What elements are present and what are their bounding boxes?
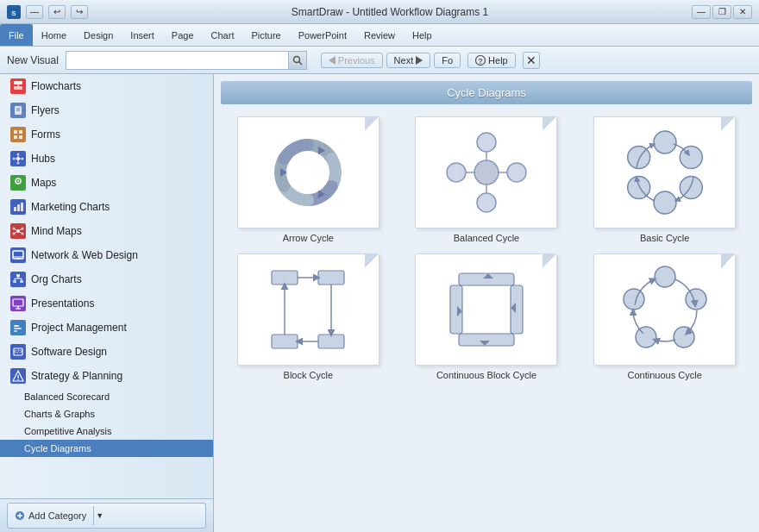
toolbar: New Visual Previous Next Fo ? Help ✕ xyxy=(0,47,759,74)
menu-chart[interactable]: Chart xyxy=(203,24,243,46)
svg-rect-90 xyxy=(318,335,344,348)
svg-rect-41 xyxy=(13,251,23,259)
svg-marker-4 xyxy=(329,56,336,65)
arrow-cycle-label: Arrow Cycle xyxy=(283,233,334,243)
presentations-icon xyxy=(10,296,26,311)
close-btn[interactable]: ✕ xyxy=(733,5,752,19)
sidebar-item-flowcharts[interactable]: Flowcharts xyxy=(0,74,213,98)
svg-point-108 xyxy=(636,327,656,347)
svg-text:?: ? xyxy=(478,57,483,66)
svg-point-69 xyxy=(295,160,321,185)
minimize-titlebar-btn[interactable]: — xyxy=(26,5,43,19)
svg-rect-44 xyxy=(16,274,20,277)
add-category-label: Add Category xyxy=(28,510,86,521)
add-category-button[interactable]: Add Category ▼ xyxy=(7,503,206,529)
search-input[interactable] xyxy=(66,51,288,70)
hubs-icon xyxy=(10,151,26,166)
flowcharts-icon xyxy=(10,78,26,94)
diagram-grid: Arrow Cycle xyxy=(221,113,752,384)
sidebar-item-org-charts[interactable]: Org Charts xyxy=(0,267,213,291)
diagram-thumb-continuous-cycle xyxy=(593,253,736,366)
diagram-card-continuous-block-cycle[interactable]: Continuous Block Cycle xyxy=(403,253,571,380)
presentations-label: Presentations xyxy=(31,297,206,310)
svg-text:</>: </> xyxy=(14,348,22,354)
nav-buttons: Previous Next Fo xyxy=(321,53,461,68)
menu-file[interactable]: File xyxy=(0,24,33,46)
menu-design[interactable]: Design xyxy=(75,24,122,46)
svg-line-37 xyxy=(15,229,16,230)
flowcharts-label: Flowcharts xyxy=(31,80,206,92)
svg-line-38 xyxy=(20,229,22,230)
balanced-scorecard-label: Balanced Scorecard xyxy=(24,391,110,402)
menu-insert[interactable]: Insert xyxy=(122,24,163,46)
sidebar-subitem-competitive-analysis[interactable]: Competitive Analysis xyxy=(0,422,213,440)
svg-point-20 xyxy=(22,158,24,160)
menu-help[interactable]: Help xyxy=(404,24,441,46)
continuous-block-cycle-label: Continuous Block Cycle xyxy=(436,370,536,380)
next-button[interactable]: Next xyxy=(386,53,431,68)
window-title: SmartDraw - Untitled Workflow Diagrams 1 xyxy=(88,6,692,18)
svg-rect-9 xyxy=(14,86,22,90)
sidebar-item-project-mgmt[interactable]: Project Management xyxy=(0,316,213,340)
diagram-card-arrow-cycle[interactable]: Arrow Cycle xyxy=(224,116,392,243)
sidebar-item-network-web[interactable]: Network & Web Design xyxy=(0,243,213,267)
sidebar-item-flyers[interactable]: Flyers xyxy=(0,98,213,122)
diagram-card-basic-cycle[interactable]: Basic Cycle xyxy=(580,116,749,243)
close-panel-button[interactable]: ✕ xyxy=(523,52,540,69)
minimize-btn[interactable]: — xyxy=(692,5,711,19)
sidebar-item-presentations[interactable]: Presentations xyxy=(0,291,213,316)
help-button[interactable]: ? Help xyxy=(467,53,516,68)
sidebar-subitem-charts-graphs[interactable]: Charts & Graphs xyxy=(0,405,213,422)
svg-line-3 xyxy=(298,61,302,65)
sidebar-item-strategy[interactable]: Strategy & Planning xyxy=(0,364,213,388)
diagram-thumb-basic-cycle xyxy=(593,116,736,228)
sidebar-item-maps[interactable]: Maps xyxy=(0,171,213,195)
previous-button[interactable]: Previous xyxy=(321,53,383,68)
restore-titlebar-btn[interactable]: ↩ xyxy=(48,5,66,19)
sidebar-item-software-design[interactable]: </> Software Design xyxy=(0,340,213,364)
fo-button[interactable]: Fo xyxy=(434,53,461,68)
diagram-card-block-cycle[interactable]: Block Cycle xyxy=(224,253,392,380)
diagram-thumb-block-cycle xyxy=(237,253,380,366)
menu-home[interactable]: Home xyxy=(33,24,75,46)
diagram-card-continuous-cycle[interactable]: Continuous Cycle xyxy=(580,253,749,380)
svg-rect-55 xyxy=(14,328,22,329)
svg-point-22 xyxy=(13,158,16,160)
svg-point-106 xyxy=(686,289,706,310)
svg-line-40 xyxy=(20,232,22,233)
sidebar-list: Flowcharts Flyers Forms Hubs xyxy=(0,74,213,498)
sidebar-item-forms[interactable]: Forms xyxy=(0,122,213,147)
svg-rect-16 xyxy=(14,135,17,139)
strategy-label: Strategy & Planning xyxy=(31,370,206,382)
search-button[interactable] xyxy=(288,51,307,70)
menu-powerpoint[interactable]: PowerPoint xyxy=(290,24,355,46)
svg-point-28 xyxy=(17,180,19,182)
software-design-label: Software Design xyxy=(31,346,206,358)
menu-picture[interactable]: Picture xyxy=(242,24,289,46)
sidebar-subitem-balanced-scorecard[interactable]: Balanced Scorecard xyxy=(0,388,213,405)
project-mgmt-label: Project Management xyxy=(31,322,206,334)
menu-bar: File Home Design Insert Page Chart Pictu… xyxy=(0,24,759,47)
sidebar-item-mind-maps[interactable]: Mind Maps xyxy=(0,219,213,243)
svg-rect-17 xyxy=(19,135,22,139)
sidebar: Flowcharts Flyers Forms Hubs xyxy=(0,74,214,532)
add-icon xyxy=(15,510,25,521)
redo-titlebar-btn[interactable]: ↪ xyxy=(71,5,88,19)
svg-point-71 xyxy=(477,133,496,152)
svg-rect-30 xyxy=(17,204,20,211)
search-box xyxy=(66,51,307,70)
svg-text:S: S xyxy=(11,9,16,17)
diagram-card-balanced-cycle[interactable]: Balanced Cycle xyxy=(403,116,571,243)
sidebar-subitem-cycle-diagrams[interactable]: Cycle Diagrams xyxy=(0,440,213,457)
sidebar-item-hubs[interactable]: Hubs xyxy=(0,147,213,171)
competitive-analysis-label: Competitive Analysis xyxy=(24,426,112,436)
hubs-label: Hubs xyxy=(31,153,206,165)
block-cycle-label: Block Cycle xyxy=(284,370,333,380)
mind-maps-icon xyxy=(10,223,26,239)
svg-rect-89 xyxy=(272,335,298,348)
flyers-icon xyxy=(10,103,26,118)
sidebar-item-marketing-charts[interactable]: Marketing Charts xyxy=(0,195,213,219)
maximize-btn[interactable]: ❐ xyxy=(712,5,731,19)
menu-review[interactable]: Review xyxy=(355,24,404,46)
menu-page[interactable]: Page xyxy=(163,24,203,46)
